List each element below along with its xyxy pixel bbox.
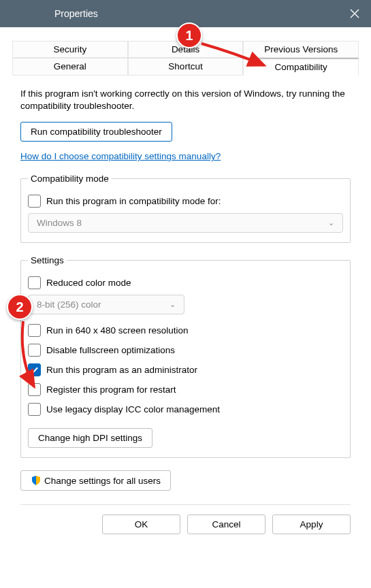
- color-mode-select: 8-bit (256) color ⌄: [28, 295, 184, 314]
- settings-group: Settings Reduced color mode 8-bit (256) …: [20, 255, 351, 458]
- run-troubleshooter-button[interactable]: Run compatibility troubleshooter: [20, 122, 172, 142]
- compat-mode-select: Windows 8 ⌄: [28, 213, 343, 233]
- disable-fullscreen-label: Disable fullscreen optimizations: [46, 345, 175, 355]
- shield-icon: [31, 475, 42, 486]
- close-icon: [350, 9, 359, 18]
- reduced-color-checkbox[interactable]: [28, 276, 41, 289]
- tab-general[interactable]: General: [12, 58, 128, 76]
- reduced-color-label: Reduced color mode: [46, 278, 131, 288]
- manual-settings-link[interactable]: How do I choose compatibility settings m…: [20, 151, 221, 161]
- change-all-users-label: Change settings for all users: [44, 476, 161, 486]
- run-640-label: Run in 640 x 480 screen resolution: [46, 325, 189, 336]
- change-dpi-button[interactable]: Change high DPI settings: [28, 428, 152, 448]
- annotation-arrow-1: [197, 39, 272, 74]
- close-button[interactable]: [338, 0, 371, 27]
- annotation-arrow-2: [16, 318, 44, 393]
- run-admin-label: Run this program as an administrator: [46, 365, 197, 375]
- annotation-badge-1: 1: [176, 22, 202, 48]
- compat-mode-checkbox[interactable]: [28, 195, 41, 208]
- change-all-users-button[interactable]: Change settings for all users: [20, 470, 171, 491]
- chevron-down-icon: ⌄: [328, 218, 334, 227]
- annotation-badge-2: 2: [7, 294, 33, 320]
- register-restart-label: Register this program for restart: [46, 385, 176, 395]
- tab-security[interactable]: Security: [12, 41, 128, 58]
- intro-text: If this program isn't working correctly …: [20, 88, 351, 112]
- cancel-button[interactable]: Cancel: [187, 514, 265, 534]
- chevron-down-icon: ⌄: [170, 300, 176, 309]
- apply-button[interactable]: Apply: [272, 514, 351, 534]
- window-title: Properties: [0, 8, 98, 19]
- ok-button[interactable]: OK: [102, 514, 180, 534]
- legacy-icc-checkbox[interactable]: [28, 403, 41, 416]
- compat-mode-legend: Compatibility mode: [28, 174, 112, 184]
- compat-mode-group: Compatibility mode Run this program in c…: [20, 174, 351, 243]
- compat-mode-label: Run this program in compatibility mode f…: [46, 196, 221, 206]
- color-mode-value: 8-bit (256) color: [37, 299, 101, 310]
- legacy-icc-label: Use legacy display ICC color management: [46, 404, 220, 414]
- compat-mode-select-value: Windows 8: [37, 218, 82, 228]
- settings-legend: Settings: [28, 255, 67, 265]
